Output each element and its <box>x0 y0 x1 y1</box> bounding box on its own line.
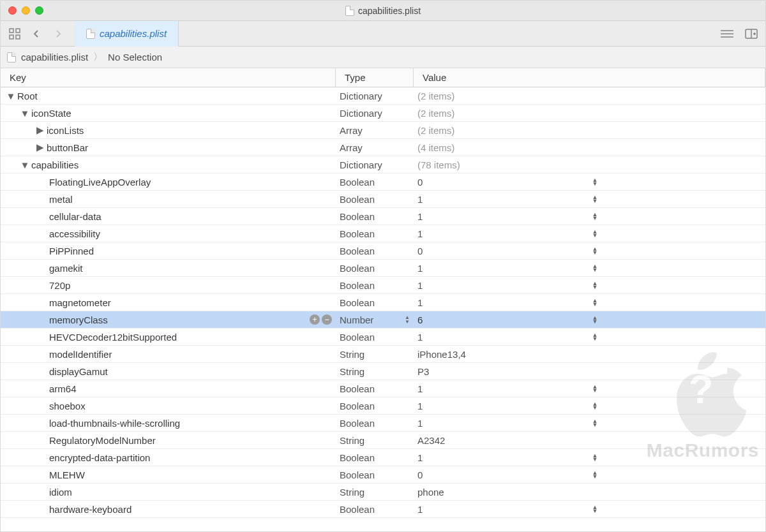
plist-row[interactable]: modelIdentifierStringiPhone13,4 <box>1 346 765 363</box>
type-cell[interactable]: Number▲▼ <box>336 314 414 325</box>
value-stepper[interactable]: ▲▼ <box>590 417 599 429</box>
value-cell[interactable]: (78 items) <box>414 159 765 170</box>
plist-row[interactable]: MLEHWBoolean0▲▼ <box>1 466 765 484</box>
breadcrumb[interactable]: capabilities.plist 〉 No Selection <box>1 47 765 68</box>
value-cell[interactable]: 0▲▼ <box>414 246 765 256</box>
plist-row[interactable]: encrypted-data-partitionBoolean1▲▼ <box>1 449 765 466</box>
type-cell[interactable]: Boolean <box>336 297 414 308</box>
value-stepper[interactable]: ▲▼ <box>590 175 599 188</box>
value-cell[interactable]: 1▲▼ <box>414 263 765 274</box>
value-stepper[interactable]: ▲▼ <box>590 313 599 326</box>
key-cell[interactable]: magnetometer <box>1 297 336 308</box>
disclosure-down-icon[interactable]: ▼ <box>7 92 15 100</box>
value-cell[interactable]: 0▲▼ <box>414 469 765 480</box>
plist-row[interactable]: gamekitBoolean1▲▼ <box>1 260 765 277</box>
key-cell[interactable]: ▼iconState <box>1 108 336 119</box>
value-stepper[interactable]: ▲▼ <box>590 503 599 515</box>
type-cell[interactable]: Boolean <box>336 228 414 239</box>
plist-row[interactable]: metalBoolean1▲▼ <box>1 191 765 208</box>
nav-back-button[interactable] <box>27 26 45 42</box>
value-cell[interactable]: 1▲▼ <box>414 297 765 308</box>
disclosure-right-icon[interactable]: ▶ <box>36 126 44 134</box>
key-cell[interactable]: PiPPinned <box>1 246 336 256</box>
key-cell[interactable]: hardware-keyboard <box>1 504 336 515</box>
value-cell[interactable]: 6▲▼ <box>414 314 765 325</box>
value-stepper[interactable]: ▲▼ <box>590 468 599 481</box>
column-header-type[interactable]: Type <box>336 68 414 87</box>
value-stepper[interactable]: ▲▼ <box>590 279 599 292</box>
related-items-button[interactable] <box>6 26 24 42</box>
key-cell[interactable]: encrypted-data-partition <box>1 452 336 463</box>
value-stepper[interactable]: ▲▼ <box>590 399 599 412</box>
value-cell[interactable]: 1▲▼ <box>414 194 765 205</box>
value-cell[interactable]: iPhone13,4 <box>414 349 765 360</box>
plist-row[interactable]: 720pBoolean1▲▼ <box>1 277 765 294</box>
value-stepper[interactable]: ▲▼ <box>590 210 599 223</box>
key-cell[interactable]: cellular-data <box>1 211 336 222</box>
type-cell[interactable]: Boolean <box>336 177 414 188</box>
column-header-key[interactable]: Key <box>1 68 336 87</box>
type-cell[interactable]: Boolean <box>336 211 414 222</box>
value-stepper[interactable]: ▲▼ <box>590 244 599 257</box>
value-cell[interactable]: 1▲▼ <box>414 211 765 222</box>
plist-row[interactable]: shoeboxBoolean1▲▼ <box>1 397 765 415</box>
type-cell[interactable]: Boolean <box>336 469 414 480</box>
plist-row[interactable]: ▼capabilitiesDictionary(78 items) <box>1 156 765 174</box>
type-cell[interactable]: Boolean <box>336 401 414 411</box>
add-row-button[interactable]: + <box>310 314 320 325</box>
key-cell[interactable]: gamekit <box>1 263 336 274</box>
key-cell[interactable]: ▼capabilities <box>1 159 336 170</box>
plist-row[interactable]: HEVCDecoder12bitSupportedBoolean1▲▼ <box>1 329 765 346</box>
value-stepper[interactable]: ▲▼ <box>590 193 599 205</box>
key-cell[interactable]: modelIdentifier <box>1 349 336 360</box>
type-cell[interactable]: Boolean <box>336 246 414 256</box>
value-stepper[interactable]: ▲▼ <box>590 227 599 240</box>
plist-row[interactable]: ▼RootDictionary(2 items) <box>1 87 765 105</box>
value-cell[interactable]: phone <box>414 487 765 498</box>
value-cell[interactable]: 0▲▼ <box>414 177 765 188</box>
plist-row[interactable]: magnetometerBoolean1▲▼ <box>1 294 765 311</box>
add-editor-button[interactable] <box>742 26 760 42</box>
value-cell[interactable]: 1▲▼ <box>414 452 765 463</box>
key-cell[interactable]: 720p <box>1 280 336 291</box>
disclosure-down-icon[interactable]: ▼ <box>21 109 29 117</box>
key-cell[interactable]: ▶iconLists <box>1 125 336 136</box>
type-cell[interactable]: Boolean <box>336 418 414 429</box>
plist-row[interactable]: memoryClass+−Number▲▼6▲▼ <box>1 311 765 329</box>
key-cell[interactable]: idiom <box>1 487 336 498</box>
value-cell[interactable]: P3 <box>414 366 765 377</box>
type-cell[interactable]: String <box>336 366 414 377</box>
type-stepper[interactable]: ▲▼ <box>405 315 410 324</box>
key-cell[interactable]: ▼Root <box>1 91 336 101</box>
plist-row[interactable]: load-thumbnails-while-scrollingBoolean1▲… <box>1 415 765 432</box>
plist-row[interactable]: hardware-keyboardBoolean1▲▼ <box>1 501 765 518</box>
value-cell[interactable]: (2 items) <box>414 108 765 119</box>
type-cell[interactable]: Boolean <box>336 452 414 463</box>
type-cell[interactable]: Array <box>336 125 414 136</box>
plist-row[interactable]: ▶buttonBarArray(4 items) <box>1 139 765 156</box>
editor-options-button[interactable] <box>718 26 736 42</box>
value-stepper[interactable]: ▲▼ <box>590 451 599 464</box>
value-cell[interactable]: A2342 <box>414 435 765 446</box>
plist-row[interactable]: ▼iconStateDictionary(2 items) <box>1 105 765 122</box>
key-cell[interactable]: ▶buttonBar <box>1 142 336 153</box>
key-cell[interactable]: FloatingLiveAppOverlay <box>1 177 336 188</box>
value-cell[interactable]: 1▲▼ <box>414 280 765 291</box>
plist-row[interactable]: RegulatoryModelNumberStringA2342 <box>1 432 765 449</box>
value-cell[interactable]: (2 items) <box>414 91 765 101</box>
plist-row[interactable]: displayGamutStringP3 <box>1 363 765 380</box>
type-cell[interactable]: Boolean <box>336 332 414 343</box>
plist-row[interactable]: FloatingLiveAppOverlayBoolean0▲▼ <box>1 174 765 191</box>
value-cell[interactable]: 1▲▼ <box>414 383 765 394</box>
value-cell[interactable]: 1▲▼ <box>414 401 765 411</box>
value-cell[interactable]: 1▲▼ <box>414 332 765 343</box>
plist-row[interactable]: accessibilityBoolean1▲▼ <box>1 225 765 242</box>
plist-row[interactable]: PiPPinnedBoolean0▲▼ <box>1 242 765 260</box>
type-cell[interactable]: String <box>336 435 414 446</box>
value-stepper[interactable]: ▲▼ <box>590 262 599 274</box>
value-stepper[interactable]: ▲▼ <box>590 330 599 343</box>
value-stepper[interactable]: ▲▼ <box>590 296 599 309</box>
plist-row[interactable]: idiomStringphone <box>1 484 765 501</box>
type-cell[interactable]: String <box>336 349 414 360</box>
key-cell[interactable]: shoebox <box>1 401 336 411</box>
